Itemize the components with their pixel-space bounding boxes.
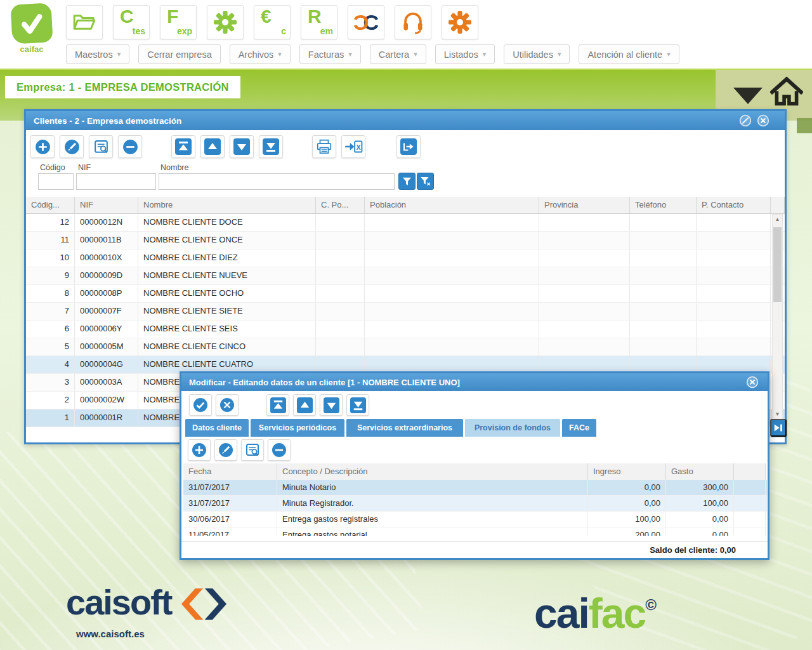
grid-cell: 00000005M — [75, 338, 138, 355]
facturas-exp-button[interactable]: Fexp — [160, 5, 197, 39]
home-icon[interactable] — [770, 76, 803, 107]
edit-button[interactable] — [60, 135, 84, 158]
codigo-label: Código — [40, 163, 65, 172]
menu-cerrar-empresa[interactable]: Cerrar empresa — [138, 44, 221, 64]
disable-icon[interactable] — [739, 114, 752, 127]
cancel-button[interactable] — [216, 394, 239, 416]
close-icon[interactable] — [757, 114, 769, 127]
grid-cell — [539, 267, 630, 284]
caiconta-button[interactable]: CC — [348, 5, 384, 39]
grid-cell: NOMBRE CLIENTE CUATRO — [138, 356, 316, 373]
grid-cell: 31/07/2017 — [183, 480, 277, 495]
modal-tabs: Datos cliente Servicios periódicos Servi… — [185, 419, 596, 437]
add-button[interactable] — [188, 439, 211, 461]
edit-client-modal: Modificar - Editando datos de un cliente… — [180, 371, 769, 560]
print-button[interactable] — [312, 135, 336, 158]
export-excel-button[interactable]: X — [341, 135, 365, 158]
client-row[interactable]: 500000005MNOMBRE CLIENTE CINCO — [26, 338, 785, 356]
next-record-button[interactable] — [320, 394, 343, 416]
accept-button[interactable] — [189, 394, 212, 416]
last-record-button[interactable] — [346, 394, 369, 416]
provision-row[interactable]: 11/05/2017Entrega gastos notarial200,000… — [183, 527, 767, 536]
tab-face[interactable]: FACe — [562, 419, 596, 437]
prev-record-button[interactable] — [200, 135, 225, 158]
vertical-scrollbar[interactable]: ▲ ▼ — [772, 214, 783, 420]
euro-icon: €c — [259, 10, 285, 35]
codigo-filter-input[interactable] — [38, 173, 74, 190]
delete-button[interactable] — [268, 439, 291, 461]
dropdown-arrow-icon[interactable] — [733, 88, 763, 104]
open-folder-button[interactable] — [66, 5, 103, 39]
tab-servicios-periodicos[interactable]: Servicios periódicos — [251, 419, 344, 437]
delete-button[interactable] — [118, 135, 142, 158]
grid-cell: Entrega gastos registrales — [277, 512, 588, 527]
clientes-button[interactable]: Ctes — [113, 5, 150, 39]
tab-servicios-extraordinarios[interactable]: Servicios extraordinarios — [346, 419, 463, 437]
exit-button[interactable] — [396, 135, 421, 158]
client-row[interactable]: 1100000011BNOMBRE CLIENTE ONCE — [26, 232, 785, 249]
up-icon — [204, 138, 221, 155]
tab-provision-de-fondos[interactable]: Provision de fondos — [465, 419, 560, 437]
scroll-up-icon[interactable]: ▲ — [773, 215, 782, 224]
last-record-button[interactable] — [259, 135, 283, 158]
panel-toggle-button[interactable] — [770, 419, 787, 437]
first-record-button[interactable] — [171, 135, 195, 158]
chevron-down-icon: ▾ — [414, 50, 417, 58]
soporte-button[interactable] — [395, 5, 431, 39]
grid-cell — [539, 249, 630, 267]
client-row[interactable]: 900000009DNOMBRE CLIENTE NUEVE — [26, 267, 785, 285]
grid-cell — [630, 338, 697, 355]
caifac-logo: caifac — [5, 1, 58, 54]
menu-utilidades[interactable]: Utilidades▾ — [504, 44, 570, 64]
clear-filter-button[interactable] — [417, 173, 434, 190]
client-row[interactable]: 700000007FNOMBRE CLIENTE SIETE — [26, 303, 785, 321]
grid-cell — [697, 285, 771, 302]
menu-cartera[interactable]: Cartera▾ — [370, 44, 426, 64]
menu-bar: Maestros▾ Cerrar empresa Archivos▾ Factu… — [66, 44, 679, 64]
grid-cell: 2 — [26, 392, 75, 409]
remesas-button[interactable]: Rem — [301, 5, 337, 39]
up-icon — [297, 397, 313, 413]
grid-cell — [539, 285, 630, 302]
grid-cell: 00000002W — [75, 392, 138, 409]
nombre-filter-input[interactable] — [159, 173, 395, 190]
scroll-down-icon[interactable]: ▼ — [773, 409, 782, 419]
grid-cell — [697, 356, 771, 373]
clientes-titlebar[interactable]: Clientes - 2 - Empresa demostración — [26, 111, 785, 130]
config-orange-button[interactable] — [442, 5, 478, 39]
grid-cell: 0,00 — [666, 527, 734, 536]
client-row[interactable]: 1000000010XNOMBRE CLIENTE DIEZ — [26, 249, 785, 267]
grid-cell: 00000006Y — [75, 321, 138, 338]
menu-archivos[interactable]: Archivos▾ — [230, 44, 291, 64]
client-row[interactable]: 800000008PNOMBRE CLIENTE OCHO — [26, 285, 785, 303]
grid-cell: 4 — [26, 356, 75, 373]
menu-facturas[interactable]: Facturas▾ — [299, 44, 361, 64]
caifac-footer-logo: caifac© — [534, 589, 657, 637]
scrollbar-thumb[interactable] — [773, 227, 782, 302]
close-icon[interactable] — [746, 376, 759, 388]
copyright-icon: © — [645, 596, 657, 613]
client-row[interactable]: 1200000012NNOMBRE CLIENTE DOCE — [26, 214, 785, 232]
menu-atencion-cliente[interactable]: Atención al cliente▾ — [579, 44, 679, 64]
add-button[interactable] — [30, 135, 55, 158]
provision-row[interactable]: 31/07/2017Minuta Registrador.0,00100,00 — [183, 496, 767, 512]
menu-listados[interactable]: Listados▾ — [435, 44, 495, 64]
grid-cell — [316, 303, 365, 320]
view-button[interactable] — [241, 439, 264, 461]
client-row[interactable]: 600000006YNOMBRE CLIENTE SEIS — [26, 321, 785, 338]
first-record-button[interactable] — [266, 394, 289, 416]
apply-filter-button[interactable] — [398, 173, 416, 190]
config-green-button[interactable] — [207, 5, 244, 39]
provision-row[interactable]: 30/06/2017Entrega gastos registrales100,… — [183, 512, 767, 527]
provision-row[interactable]: 31/07/2017Minuta Notario0,00300,00 — [183, 480, 767, 496]
nif-filter-input[interactable] — [76, 173, 156, 190]
menu-maestros[interactable]: Maestros▾ — [66, 44, 129, 64]
bg-decoration — [797, 118, 812, 133]
edit-button[interactable] — [214, 439, 237, 461]
euro-cobros-button[interactable]: €c — [254, 5, 291, 39]
tab-datos-cliente[interactable]: Datos cliente — [185, 419, 249, 437]
view-button[interactable] — [89, 135, 113, 158]
modal-titlebar[interactable]: Modificar - Editando datos de un cliente… — [181, 373, 768, 391]
next-record-button[interactable] — [230, 135, 254, 158]
prev-record-button[interactable] — [293, 394, 316, 416]
